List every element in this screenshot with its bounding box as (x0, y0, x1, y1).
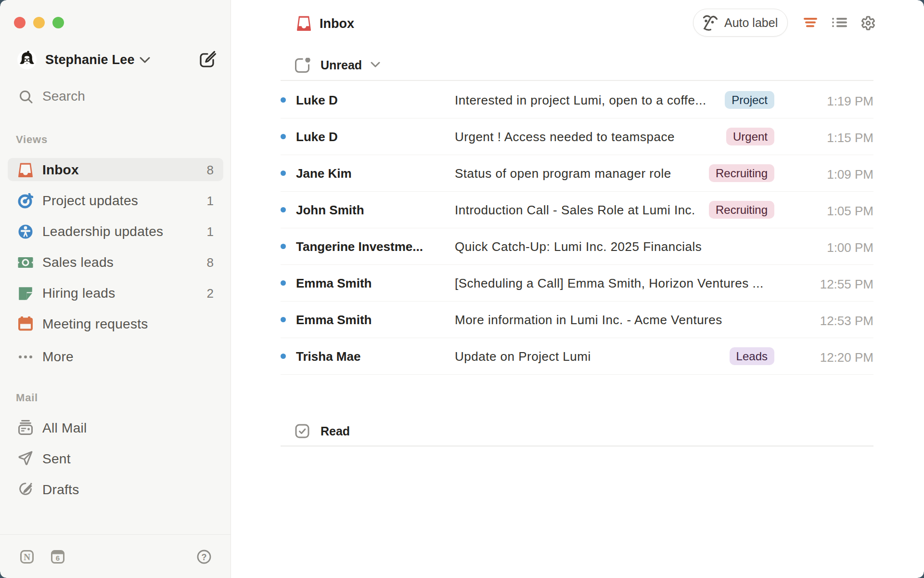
svg-text:N: N (24, 552, 30, 562)
svg-text:6: 6 (56, 554, 60, 562)
svg-text:?: ? (202, 552, 207, 562)
